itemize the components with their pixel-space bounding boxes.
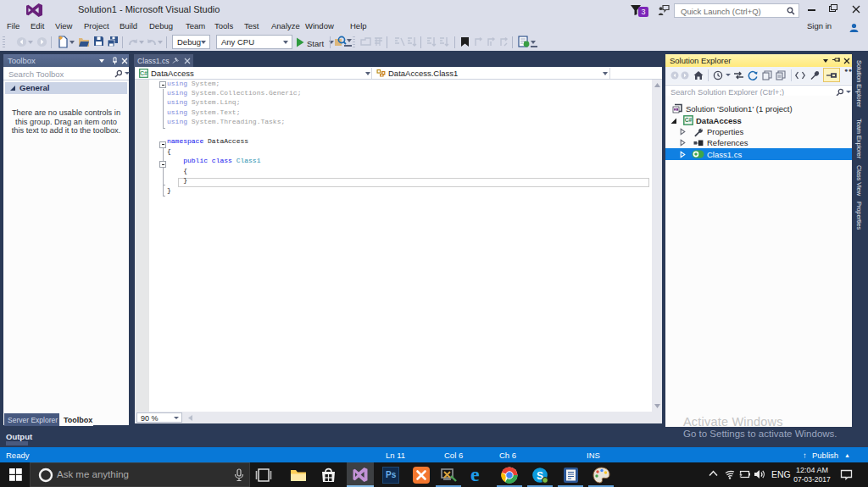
svg-text:C#: C# [685,117,693,123]
svg-text:C#: C# [140,70,147,76]
